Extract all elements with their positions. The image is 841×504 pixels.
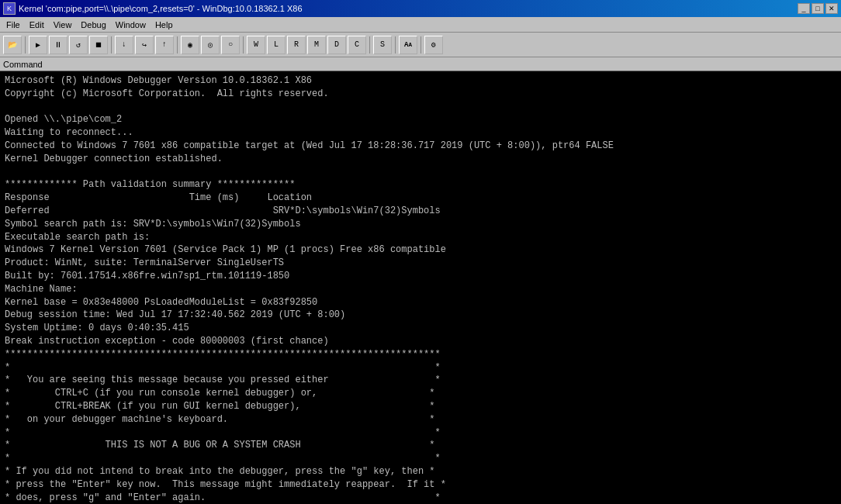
source-button[interactable]: S: [373, 36, 392, 54]
break-button[interactable]: ⏸: [49, 36, 67, 54]
go-button[interactable]: ▶: [29, 36, 47, 54]
registers-button[interactable]: R: [287, 36, 306, 54]
menu-bar: File Edit View Debug Window Help: [0, 17, 841, 33]
toolbar-sep-7: [420, 36, 421, 54]
app-icon: K: [3, 2, 16, 15]
title-bar: K Kernel 'com:pipe,port=\\.\pipe\com_2,r…: [0, 0, 841, 17]
cmd-button[interactable]: C: [348, 36, 366, 54]
clear-bp-button[interactable]: ◎: [201, 36, 220, 54]
main-content[interactable]: Microsoft (R) Windows Debugger Version 1…: [0, 71, 841, 504]
maximize-button[interactable]: □: [812, 3, 824, 14]
toolbar-sep-1: [25, 36, 26, 54]
step-out-button[interactable]: ↑: [155, 36, 174, 54]
watch-button[interactable]: W: [247, 36, 265, 54]
memory-button[interactable]: M: [307, 36, 326, 54]
restart-button[interactable]: ↺: [69, 36, 88, 54]
step-into-button[interactable]: ↓: [115, 36, 133, 54]
window-title: Kernel 'com:pipe,port=\\.\pipe\com_2,res…: [19, 4, 794, 13]
options-button[interactable]: ⚙: [424, 36, 443, 54]
minimize-button[interactable]: _: [798, 3, 810, 14]
menu-help[interactable]: Help: [151, 19, 178, 31]
command-bar: Command: [0, 57, 841, 71]
menu-edit[interactable]: Edit: [25, 19, 49, 31]
toolbar-sep-5: [369, 36, 370, 54]
menu-window[interactable]: Window: [111, 19, 151, 31]
breakpoint-button[interactable]: ◉: [181, 36, 199, 54]
disable-bp-button[interactable]: ○: [221, 36, 240, 54]
toolbar-sep-6: [395, 36, 396, 54]
step-over-button[interactable]: ↪: [135, 36, 154, 54]
stop-button[interactable]: ⏹: [89, 36, 108, 54]
toolbar: 📂 ▶ ⏸ ↺ ⏹ ↓ ↪ ↑ ◉ ◎ ○ W L R M D C S AA ⚙: [0, 33, 841, 57]
toolbar-sep-2: [111, 36, 112, 54]
font-size-button[interactable]: AA: [399, 36, 417, 54]
close-button[interactable]: ✕: [825, 3, 838, 14]
window-controls: _ □ ✕: [798, 3, 838, 14]
open-button[interactable]: 📂: [3, 36, 22, 54]
locals-button[interactable]: L: [267, 36, 286, 54]
toolbar-sep-3: [177, 36, 178, 54]
command-label: Command: [3, 60, 43, 69]
disasm-button[interactable]: D: [327, 36, 346, 54]
menu-view[interactable]: View: [49, 19, 77, 31]
menu-file[interactable]: File: [2, 19, 25, 31]
toolbar-sep-4: [243, 36, 244, 54]
menu-debug[interactable]: Debug: [76, 19, 110, 31]
